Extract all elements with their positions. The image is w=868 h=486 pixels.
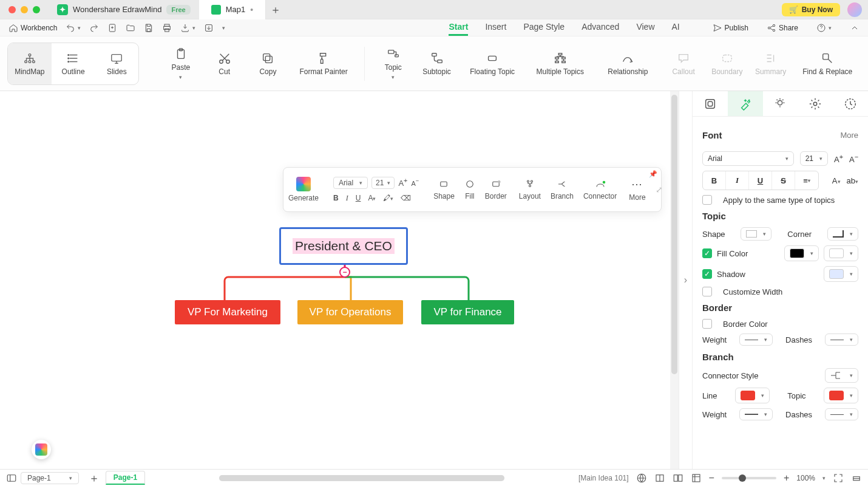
border-dashes-select[interactable]: ▾: [825, 334, 858, 346]
view-outline[interactable]: Outline: [52, 43, 95, 84]
help-button[interactable]: ▾: [813, 21, 835, 35]
panel-text-case-button[interactable]: ab▾: [847, 176, 858, 185]
context-font-select[interactable]: Arial▾: [333, 177, 368, 189]
italic-button[interactable]: I: [346, 194, 348, 203]
menu-ai[interactable]: AI: [672, 19, 680, 36]
document-tab[interactable]: Map1 •: [199, 0, 266, 19]
branch-dashes-select[interactable]: ▾: [825, 408, 858, 420]
menu-start[interactable]: Start: [449, 19, 468, 36]
relationship-button[interactable]: Relationship: [595, 48, 662, 80]
panel-italic-button[interactable]: I: [726, 171, 749, 190]
publish-button[interactable]: Publish: [709, 21, 752, 35]
window-close[interactable]: [8, 6, 16, 13]
page-select[interactable]: Page-1▾: [21, 472, 79, 484]
vertical-scrollbar[interactable]: [670, 91, 679, 469]
border-weight-select[interactable]: ▾: [739, 334, 773, 346]
fill-color-checkbox[interactable]: ✓: [702, 248, 712, 258]
add-tab-button[interactable]: ＋: [266, 2, 285, 17]
apply-same-type-checkbox[interactable]: [702, 195, 712, 205]
panel-underline-button[interactable]: U: [749, 171, 772, 190]
panel-toggle[interactable]: ›: [679, 91, 692, 469]
panel-tab-theme[interactable]: [693, 91, 728, 116]
format-painter-button[interactable]: Format Painter: [290, 48, 357, 80]
panel-bold-button[interactable]: B: [703, 171, 726, 190]
canvas[interactable]: President & CEO − VP For Marketing VP fo…: [0, 91, 679, 469]
context-shape-button[interactable]: Shape: [429, 168, 459, 211]
bold-button[interactable]: B: [333, 194, 339, 202]
horizontal-scrollbar[interactable]: [219, 475, 504, 481]
print-button[interactable]: [158, 21, 175, 35]
border-color-checkbox[interactable]: [702, 319, 712, 329]
branch-line-color-select[interactable]: ▾: [735, 388, 770, 403]
font-inc-button[interactable]: A+: [834, 153, 843, 164]
context-fill-button[interactable]: Fill: [459, 168, 480, 211]
connector-style-select[interactable]: ▾: [825, 368, 858, 383]
menu-advanced[interactable]: Advanced: [581, 19, 619, 36]
context-more-button[interactable]: ⋯More: [624, 168, 650, 211]
shadow-checkbox[interactable]: ✓: [702, 269, 712, 279]
pages-panel-button[interactable]: [6, 473, 17, 484]
import-button[interactable]: [200, 21, 217, 35]
single-page-button[interactable]: [654, 473, 665, 484]
zoom-out-button[interactable]: −: [709, 473, 714, 484]
font-size-select[interactable]: 21▾: [800, 151, 828, 166]
add-page-button[interactable]: ＋: [83, 471, 106, 485]
floating-topic-button[interactable]: Floating Topic: [459, 48, 526, 80]
subtopic-button[interactable]: Subtopic: [416, 48, 458, 80]
context-layout-button[interactable]: Layout: [514, 168, 546, 211]
zoom-slider[interactable]: [722, 477, 776, 479]
child-topic-1[interactable]: VP For Marketing: [175, 300, 280, 324]
buy-now-button[interactable]: 🛒 Buy Now: [782, 3, 840, 16]
root-topic[interactable]: President & CEO: [279, 227, 408, 265]
branch-topic-color-select[interactable]: ▾: [824, 388, 858, 403]
copy-button[interactable]: Copy: [247, 48, 290, 80]
user-avatar[interactable]: [847, 2, 862, 17]
panel-font-color-button[interactable]: A▾: [832, 176, 841, 185]
panel-tab-history[interactable]: [833, 91, 868, 116]
more-quick-button[interactable]: ▾: [219, 22, 229, 33]
collapse-ribbon-button[interactable]: [846, 21, 863, 35]
menu-page-style[interactable]: Page Style: [523, 19, 565, 36]
menu-insert[interactable]: Insert: [485, 19, 506, 36]
exit-fullscreen-button[interactable]: [851, 473, 862, 484]
cut-button[interactable]: Cut: [203, 48, 246, 80]
font-decrease-button[interactable]: A−: [411, 178, 419, 187]
page-tab[interactable]: Page-1: [106, 471, 145, 485]
clear-format-button[interactable]: ⌫: [401, 194, 411, 202]
font-increase-button[interactable]: A+: [398, 177, 407, 188]
reading-mode-button[interactable]: [636, 473, 647, 484]
pin-icon[interactable]: 📌: [649, 170, 657, 178]
child-topic-3[interactable]: VP for Finance: [421, 300, 514, 324]
panel-tab-icon[interactable]: [763, 91, 798, 116]
fullscreen-button[interactable]: [833, 473, 844, 484]
redo-button[interactable]: [86, 21, 103, 35]
branch-weight-select[interactable]: ▾: [739, 408, 773, 420]
font-color-button[interactable]: A▾: [368, 194, 376, 202]
zoom-in-button[interactable]: +: [784, 473, 789, 484]
multiple-topics-button[interactable]: Multiple Topics: [527, 48, 594, 80]
undo-button[interactable]: ▾: [62, 21, 84, 35]
fit-page-button[interactable]: [691, 473, 702, 484]
collapse-toggle[interactable]: −: [339, 267, 350, 278]
view-mindmap[interactable]: MindMap: [8, 43, 52, 84]
zoom-value[interactable]: 100%: [796, 474, 815, 482]
context-connector-button[interactable]: Connector: [578, 168, 622, 211]
save-button[interactable]: [140, 21, 157, 35]
new-button[interactable]: [104, 21, 121, 35]
font-more-link[interactable]: More: [840, 131, 858, 140]
context-border-button[interactable]: Border: [480, 168, 512, 211]
topic-button[interactable]: Topic▾: [372, 44, 415, 84]
open-button[interactable]: [122, 21, 139, 35]
panel-tab-settings[interactable]: [798, 91, 833, 116]
highlight-button[interactable]: 🖍▾: [383, 194, 393, 202]
child-topic-2[interactable]: VP for Operations: [297, 300, 403, 324]
window-minimize[interactable]: [21, 6, 28, 13]
export-button[interactable]: ▾: [177, 21, 199, 35]
view-slides[interactable]: Slides: [95, 43, 138, 84]
context-branch-button[interactable]: Branch: [546, 168, 578, 211]
ai-fab[interactable]: [32, 440, 51, 459]
two-page-button[interactable]: [673, 473, 683, 484]
shadow-select[interactable]: ▾: [824, 266, 858, 282]
panel-align-button[interactable]: ≡▾: [795, 171, 818, 190]
fill-color-1-select[interactable]: ▾: [784, 245, 819, 261]
